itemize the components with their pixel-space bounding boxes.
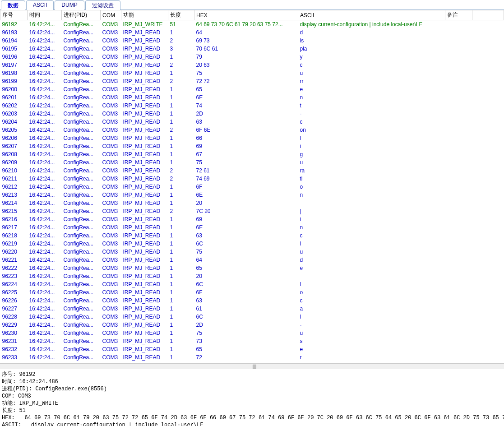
table-row[interactable]: 9622516:42:24...ConfigRea...COM3IRP_MJ_R… xyxy=(0,288,504,296)
cell-seq: 96207 xyxy=(0,142,28,150)
table-header-row[interactable]: 序号 时间 进程(PID) COM 功能 长度 HEX ASCII 备注 xyxy=(0,10,504,20)
cell-com: COM3 xyxy=(101,191,121,199)
table-row[interactable]: 9620816:42:24...ConfigRea...COM3IRP_MJ_R… xyxy=(0,150,504,158)
cell-note xyxy=(445,183,472,191)
table-row[interactable]: 9621016:42:24...ConfigRea...COM3IRP_MJ_R… xyxy=(0,167,504,175)
col-func[interactable]: 功能 xyxy=(121,10,168,20)
table-row[interactable]: 9619516:42:24...ConfigRea...COM3IRP_MJ_R… xyxy=(0,45,504,53)
cell-com: COM3 xyxy=(101,102,121,110)
table-row[interactable]: 9621316:42:24...ConfigRea...COM3IRP_MJ_R… xyxy=(0,191,504,199)
table-row[interactable]: 9621716:42:24...ConfigRea...COM3IRP_MJ_R… xyxy=(0,223,504,232)
cell-note xyxy=(445,329,472,337)
cell-func: IRP_MJ_READ xyxy=(121,85,168,93)
cell-rest xyxy=(472,142,504,150)
cell-rest xyxy=(472,337,504,345)
table-row[interactable]: 9621416:42:24...ConfigRea...COM3IRP_MJ_R… xyxy=(0,199,504,207)
cell-seq: 96204 xyxy=(0,118,28,126)
table-row[interactable]: 9621216:42:24...ConfigRea...COM3IRP_MJ_R… xyxy=(0,183,504,191)
cell-note xyxy=(445,264,472,272)
cell-len: 1 xyxy=(168,215,194,223)
table-row[interactable]: 9622416:42:24...ConfigRea...COM3IRP_MJ_R… xyxy=(0,280,504,288)
cell-ascii: - xyxy=(298,321,445,329)
table-row[interactable]: 9623216:42:24...ConfigRea...COM3IRP_MJ_R… xyxy=(0,345,504,353)
table-row[interactable]: 9622816:42:24...ConfigRea...COM3IRP_MJ_R… xyxy=(0,313,504,321)
table-row[interactable]: 9619316:42:24...ConfigRea...COM3IRP_MJ_R… xyxy=(0,28,504,37)
cell-pid: ConfigRea... xyxy=(62,280,101,288)
table-row[interactable]: 9622016:42:24...ConfigRea...COM3IRP_MJ_R… xyxy=(0,248,504,256)
table-row[interactable]: 9620016:42:24...ConfigRea...COM3IRP_MJ_R… xyxy=(0,85,504,93)
table-row[interactable]: 9623116:42:24...ConfigRea...COM3IRP_MJ_R… xyxy=(0,337,504,345)
col-pid[interactable]: 进程(PID) xyxy=(62,10,101,20)
table-row[interactable]: 9619416:42:24...ConfigRea...COM3IRP_MJ_R… xyxy=(0,37,504,45)
table-row[interactable]: 9622216:42:24...ConfigRea...COM3IRP_MJ_R… xyxy=(0,264,504,272)
col-hex[interactable]: HEX xyxy=(194,10,298,20)
cell-com: COM3 xyxy=(101,20,121,28)
cell-ascii: s xyxy=(298,337,445,345)
col-len[interactable]: 长度 xyxy=(168,10,194,20)
table-row[interactable]: 9619616:42:24...ConfigRea...COM3IRP_MJ_R… xyxy=(0,53,504,61)
cell-ascii: ti xyxy=(298,175,445,183)
cell-pid: ConfigRea... xyxy=(62,305,101,313)
table-row[interactable]: 9620116:42:24...ConfigRea...COM3IRP_MJ_R… xyxy=(0,93,504,102)
col-ascii[interactable]: ASCII xyxy=(298,10,445,20)
table-row[interactable]: 9619916:42:24...ConfigRea...COM3IRP_MJ_R… xyxy=(0,77,504,85)
packet-table[interactable]: 序号 时间 进程(PID) COM 功能 长度 HEX ASCII 备注 961… xyxy=(0,10,504,364)
cell-len: 1 xyxy=(168,280,194,288)
cell-pid: ConfigRea... xyxy=(62,134,101,142)
cell-rest xyxy=(472,110,504,118)
cell-seq: 96194 xyxy=(0,37,28,45)
cell-func: IRP_MJ_READ xyxy=(121,102,168,110)
table-row[interactable]: 9620516:42:24...ConfigRea...COM3IRP_MJ_R… xyxy=(0,126,504,134)
table-row[interactable]: 9619216:42:24...ConfigRea...COM3IRP_MJ_W… xyxy=(0,20,504,28)
tab-dump[interactable]: DUMP xyxy=(55,0,84,10)
table-row[interactable]: 9621816:42:24...ConfigRea...COM3IRP_MJ_R… xyxy=(0,232,504,240)
cell-rest xyxy=(472,321,504,329)
cell-rest xyxy=(472,93,504,102)
table-row[interactable]: 9621616:42:24...ConfigRea...COM3IRP_MJ_R… xyxy=(0,215,504,223)
cell-hex: 6E xyxy=(194,223,298,232)
cell-len: 1 xyxy=(168,313,194,321)
table-row[interactable]: 9622116:42:24...ConfigRea...COM3IRP_MJ_R… xyxy=(0,256,504,264)
table-row[interactable]: 9622616:42:24...ConfigRea...COM3IRP_MJ_R… xyxy=(0,296,504,305)
detail-time: 16:42:24.486 xyxy=(19,379,58,385)
table-row[interactable]: 9621916:42:24...ConfigRea...COM3IRP_MJ_R… xyxy=(0,240,504,248)
col-seq[interactable]: 序号 xyxy=(0,10,28,20)
table-row[interactable]: 9622916:42:24...ConfigRea...COM3IRP_MJ_R… xyxy=(0,321,504,329)
cell-seq: 96231 xyxy=(0,337,28,345)
table-row[interactable]: 9622316:42:24...ConfigRea...COM3IRP_MJ_R… xyxy=(0,272,504,280)
cell-pid: ConfigRea... xyxy=(62,126,101,134)
horizontal-scrollbar[interactable] xyxy=(0,364,504,369)
cell-pid: ConfigRea... xyxy=(62,296,101,305)
detail-seq-label: 序号: xyxy=(2,371,19,378)
tab-filter[interactable]: 过滤设置 xyxy=(85,0,120,10)
table-row[interactable]: 9621116:42:24...ConfigRea...COM3IRP_MJ_R… xyxy=(0,175,504,183)
cell-time: 16:42:24... xyxy=(28,167,62,175)
col-note[interactable]: 备注 xyxy=(445,10,472,20)
cell-len: 1 xyxy=(168,248,194,256)
table-row[interactable]: 9620416:42:24...ConfigRea...COM3IRP_MJ_R… xyxy=(0,118,504,126)
cell-time: 16:42:24... xyxy=(28,93,62,102)
col-com[interactable]: COM xyxy=(101,10,121,20)
cell-rest xyxy=(472,69,504,77)
tab-data[interactable]: 数据 xyxy=(1,0,25,10)
table-row[interactable]: 9620716:42:24...ConfigRea...COM3IRP_MJ_R… xyxy=(0,142,504,150)
cell-com: COM3 xyxy=(101,28,121,37)
tab-ascii[interactable]: ASCII xyxy=(26,0,54,10)
col-rest[interactable] xyxy=(472,10,504,20)
table-row[interactable]: 9619816:42:24...ConfigRea...COM3IRP_MJ_R… xyxy=(0,69,504,77)
col-time[interactable]: 时间 xyxy=(28,10,62,20)
cell-com: COM3 xyxy=(101,305,121,313)
table-row[interactable]: 9622716:42:24...ConfigRea...COM3IRP_MJ_R… xyxy=(0,305,504,313)
cell-hex: 69 73 xyxy=(194,37,298,45)
cell-note xyxy=(445,45,472,53)
table-row[interactable]: 9620616:42:24...ConfigRea...COM3IRP_MJ_R… xyxy=(0,134,504,142)
table-row[interactable]: 9623016:42:24...ConfigRea...COM3IRP_MJ_R… xyxy=(0,329,504,337)
table-row[interactable]: 9619716:42:24...ConfigRea...COM3IRP_MJ_R… xyxy=(0,61,504,69)
table-row[interactable]: 9620916:42:24...ConfigRea...COM3IRP_MJ_R… xyxy=(0,158,504,167)
table-row[interactable]: 9623316:42:24...ConfigRea...COM3IRP_MJ_R… xyxy=(0,353,504,361)
cell-ascii: n xyxy=(298,191,445,199)
table-row[interactable]: 9621516:42:24...ConfigRea...COM3IRP_MJ_R… xyxy=(0,207,504,215)
scrollbar-thumb[interactable] xyxy=(253,365,256,369)
table-row[interactable]: 9620316:42:24...ConfigRea...COM3IRP_MJ_R… xyxy=(0,110,504,118)
table-row[interactable]: 9620216:42:24...ConfigRea...COM3IRP_MJ_R… xyxy=(0,102,504,110)
